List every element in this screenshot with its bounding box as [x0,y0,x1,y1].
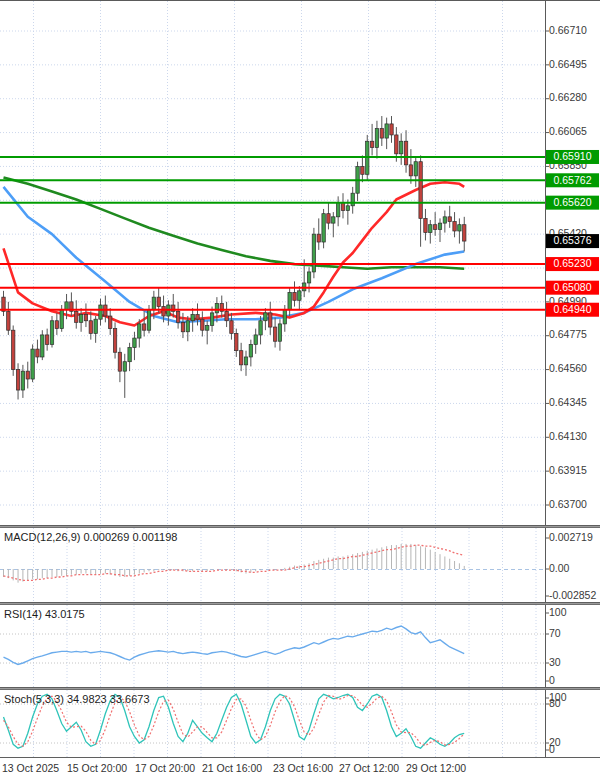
rsi-panel[interactable]: RSI(14) 43.0175 10070300 [0,605,600,687]
time-axis[interactable]: 13 Oct 202515 Oct 20:0017 Oct 20:0021 Oc… [0,758,600,777]
rsi-axis-label: 70 [549,627,561,639]
macd-axis-label: -0.002852 [549,589,596,601]
bear-candle [201,319,204,330]
bear-candle [12,330,15,369]
bear-candle [448,217,451,222]
bull-candle [206,325,209,330]
bear-candle [235,333,238,350]
time-label: 23 Oct 16:00 [273,762,333,774]
macd-histogram [4,544,465,583]
bull-candle [346,206,349,211]
bear-candle [230,321,233,334]
bull-candle [400,141,403,154]
bear-candle [293,292,296,300]
bull-candle [191,314,194,320]
price-tick-label: 0.66065 [549,125,587,137]
rsi-label: RSI(14) 43.0175 [4,608,85,620]
bear-candle [463,225,466,241]
bear-candle [36,349,39,357]
bull-candle [249,344,252,357]
bear-candle [395,135,398,154]
bull-candle [375,129,378,148]
price-tick-label: 0.64775 [549,328,587,340]
bear-candle [273,327,276,341]
bear-candle [118,352,121,371]
stoch-axis-label: 0 [549,743,555,755]
price-tick-label: 0.63700 [549,498,587,510]
vertical-grid [34,1,503,525]
bear-candle [176,311,179,322]
bull-candle [147,310,150,330]
bull-candle [21,371,24,390]
macd-panel[interactable]: MACD(12,26,9) 0.000269 0.001198 0.002719… [0,528,600,602]
time-label: 21 Oct 16:00 [202,762,262,774]
bull-candle [322,214,325,242]
stoch-axis-label: 80 [549,697,561,709]
bear-candle [84,314,87,320]
macd-axis-label: 0.00 [549,562,570,574]
bull-candle [152,297,155,310]
time-label: 17 Oct 20:00 [135,762,195,774]
time-label: 13 Oct 2025 [2,762,59,774]
stoch-label: Stoch(5,3,3) 34.9823 33.6673 [4,693,150,705]
bear-candle [181,322,184,331]
bear-candle [89,321,92,334]
bear-candle [225,311,228,320]
bear-candle [453,222,456,231]
bull-candle [298,291,301,300]
bear-candle [404,141,407,165]
bear-candle [361,166,364,174]
rsi-axis-label: 30 [549,656,561,668]
price-panel[interactable]: 0.667100.664950.662800.660650.658500.654… [0,1,600,525]
candles-layer [2,116,466,399]
bear-candle [317,234,320,242]
bull-candle [133,338,136,347]
macd-signal-line [4,545,465,580]
bull-candle [336,203,339,217]
bull-candle [312,234,315,272]
bull-candle [414,162,417,176]
bull-candle [438,223,441,229]
bull-candle [283,310,286,324]
resistance-price-label-text: 0.65910 [554,150,592,162]
current-price-label-text: 0.65376 [554,234,592,246]
support-price-label-text: 0.64940 [554,303,592,315]
bull-candle [186,321,189,332]
bull-candle [254,335,257,344]
bull-candle [244,357,247,365]
bear-candle [75,311,78,322]
time-label: 29 Oct 12:00 [406,762,466,774]
bull-candle [259,321,262,335]
rsi-axis-label: 100 [549,606,567,618]
rsi-svg: 10070300 [0,605,600,687]
support-price-label-text: 0.65230 [554,257,592,269]
bear-candle [380,129,383,138]
price-tick-label: 0.66280 [549,91,587,103]
stoch-panel[interactable]: Stoch(5,3,3) 34.9823 33.6673 10080200 [0,690,600,757]
bull-candle [31,349,34,379]
bear-candle [269,313,272,327]
resistance-price-label-text: 0.65620 [554,196,592,208]
time-label: 15 Oct 20:00 [67,762,127,774]
bull-candle [41,335,44,357]
support-price-label-text: 0.65080 [554,281,592,293]
bear-candle [55,321,58,329]
bull-candle [307,272,310,283]
bear-candle [433,225,436,230]
bull-candle [79,314,82,322]
bull-candle [94,319,97,333]
bear-candle [142,324,145,330]
bull-candle [65,302,68,310]
bear-candle [109,316,112,329]
bull-candle [278,324,281,341]
price-tick-label: 0.64560 [549,362,587,374]
price-tick-label: 0.66495 [549,58,587,70]
vertical-grid [34,605,537,687]
bull-candle [123,362,126,371]
bear-candle [390,124,393,135]
rsi-axis-label: 0 [549,674,555,686]
bear-candle [341,203,344,211]
price-tick-label: 0.64345 [549,396,587,408]
macd-label: MACD(12,26,9) 0.000269 0.001198 [4,531,177,543]
bull-candle [385,124,388,138]
